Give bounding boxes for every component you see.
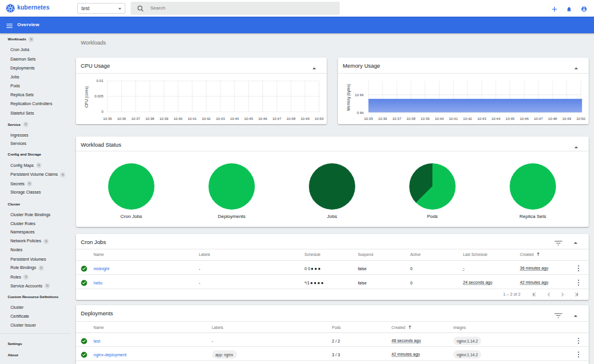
svg-text:10:44: 10:44: [491, 117, 501, 121]
svg-text:10:36: 10:36: [117, 117, 127, 121]
svg-text:0: 0: [102, 110, 104, 113]
svg-text:Memory (bytes): Memory (bytes): [346, 84, 351, 110]
svg-text:10:47: 10:47: [272, 117, 282, 121]
svg-text:CPU (cores): CPU (cores): [84, 86, 89, 107]
svg-text:10 Mi: 10 Mi: [355, 93, 364, 97]
svg-text:10:35: 10:35: [103, 117, 112, 121]
svg-text:10:50: 10:50: [576, 117, 586, 121]
svg-text:10:40: 10:40: [435, 117, 444, 121]
svg-text:10:38: 10:38: [406, 117, 416, 121]
svg-text:10:44: 10:44: [230, 117, 239, 121]
svg-text:10:49: 10:49: [562, 117, 571, 121]
svg-text:10:37: 10:37: [131, 117, 141, 121]
svg-text:10:46: 10:46: [520, 117, 529, 121]
svg-text:10:38: 10:38: [146, 117, 155, 121]
svg-text:10:43: 10:43: [477, 117, 486, 121]
svg-text:0 Mi: 0 Mi: [357, 111, 364, 115]
svg-text:10:45: 10:45: [244, 117, 254, 121]
svg-text:10:46: 10:46: [258, 117, 268, 121]
svg-text:10:43: 10:43: [216, 117, 225, 121]
svg-text:10:37: 10:37: [392, 117, 402, 121]
svg-text:10:42: 10:42: [463, 117, 473, 121]
svg-text:10:40: 10:40: [173, 117, 183, 121]
svg-text:10:48: 10:48: [286, 117, 296, 121]
svg-text:10:39: 10:39: [159, 117, 169, 121]
svg-text:10:35: 10:35: [364, 117, 374, 121]
svg-text:10:50: 10:50: [315, 117, 324, 121]
svg-text:10:49: 10:49: [301, 117, 310, 121]
svg-text:10:47: 10:47: [534, 117, 544, 121]
svg-text:10:48: 10:48: [548, 117, 558, 121]
svg-text:10:36: 10:36: [378, 117, 388, 121]
svg-text:10:42: 10:42: [202, 117, 211, 121]
svg-text:0.005: 0.005: [94, 94, 104, 98]
svg-text:10:39: 10:39: [421, 117, 430, 121]
svg-text:10:45: 10:45: [505, 117, 515, 121]
svg-text:0.01: 0.01: [96, 79, 103, 83]
svg-text:10:41: 10:41: [188, 117, 197, 121]
svg-text:10:41: 10:41: [449, 117, 459, 121]
